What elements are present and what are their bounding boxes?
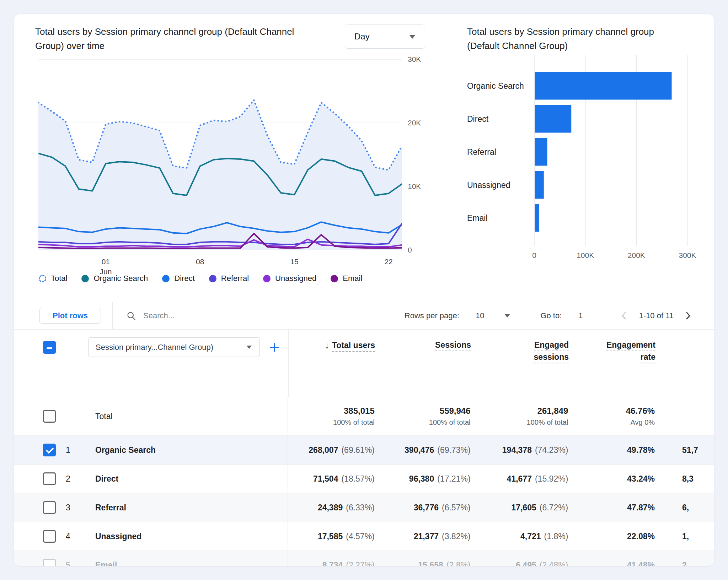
- totals-sessions: 559,946100% of total: [375, 406, 471, 427]
- search-icon: [126, 311, 136, 321]
- rows-per-page-label: Rows per page:: [405, 311, 459, 320]
- rows-per-page-value[interactable]: 10: [476, 311, 484, 320]
- legend-label: Total: [51, 274, 67, 283]
- column-header-engaged-sessions[interactable]: Engaged sessions: [471, 339, 569, 363]
- bar-chart-title: Total users by Session primary channel g…: [467, 25, 670, 53]
- next-page-button[interactable]: [682, 310, 694, 321]
- cell-total-users: 268,007(69.61%): [288, 445, 375, 455]
- timeseries-line-chart: 01Jun081522: [38, 59, 402, 274]
- legend-label: Organic Search: [93, 274, 148, 283]
- bar-x-axis-label: 0: [532, 251, 536, 260]
- svg-text:15: 15: [290, 258, 298, 266]
- row-index: 3: [66, 493, 88, 522]
- breakdown-bar-chart: [534, 55, 691, 246]
- cell-engaged-sessions: 41,677(15.92%): [471, 474, 568, 484]
- go-to-page-input[interactable]: 1: [578, 311, 583, 320]
- table-header: Session primary...Channel Group) ↓Total …: [14, 330, 714, 397]
- timeseries-chart-title: Total users by Session primary channel g…: [35, 25, 316, 53]
- cell-sessions: 96,380(17.21%): [375, 474, 471, 484]
- svg-text:08: 08: [196, 258, 204, 266]
- email-series-marker-icon: [331, 275, 338, 282]
- cell-engagement-rate: 47.87%: [568, 503, 655, 513]
- cell-engaged-sessions: 17,605(6.72%): [471, 503, 568, 513]
- table-row: 1 Organic Search 268,007(69.61%) 390,476…: [14, 435, 714, 464]
- chevron-right-icon: [682, 310, 694, 321]
- totals-total-users: 385,015100% of total: [288, 406, 375, 427]
- cell-total-users: 71,504(18.57%): [288, 474, 375, 484]
- legend-item-direct: Direct: [162, 274, 194, 283]
- table-search: [126, 311, 293, 321]
- cell-clipped-metric: 1,: [655, 532, 714, 541]
- row-label: Unassigned: [88, 522, 288, 551]
- bar-category-label: Referral: [467, 147, 496, 157]
- bar-category-label: Organic Search: [467, 81, 524, 91]
- totals-engaged-sessions: 261,849100% of total: [471, 406, 568, 427]
- chevron-down-icon: [247, 346, 252, 349]
- toolbar-divider: [112, 302, 113, 329]
- legend-item-unassigned: Unassigned: [263, 274, 316, 283]
- row-index: 2: [66, 465, 88, 493]
- row-checkbox[interactable]: [43, 472, 56, 485]
- row-index: 1: [66, 436, 88, 464]
- legend-item-total: Total: [39, 274, 67, 283]
- select-all-checkbox[interactable]: [43, 341, 56, 354]
- bar-category-label: Unassigned: [467, 180, 510, 190]
- row-checkbox[interactable]: [43, 444, 56, 456]
- cell-total-users: 17,585(4.57%): [288, 532, 375, 541]
- pagination-range-label: 1-10 of 11: [639, 311, 674, 320]
- y-axis-label: 0: [408, 246, 412, 254]
- unassigned-series-marker-icon: [263, 275, 271, 282]
- row-checkbox[interactable]: [43, 530, 56, 543]
- row-checkbox[interactable]: [43, 559, 56, 567]
- cell-total-users: 8,734(2.27%): [288, 560, 375, 567]
- table-row: 3 Referral 24,389(6.33%) 36,776(6.57%) 1…: [14, 493, 714, 522]
- cell-clipped-metric: 2,: [655, 560, 714, 567]
- legend-label: Direct: [174, 274, 194, 283]
- row-label: Organic Search: [88, 436, 288, 464]
- table-toolbar: Plot rows Rows per page: 10 Go to: 1 1-1…: [14, 302, 714, 330]
- dimension-selector-dropdown[interactable]: Session primary...Channel Group): [88, 337, 260, 357]
- interval-dropdown[interactable]: Day: [345, 25, 425, 49]
- column-header-total-users[interactable]: ↓Total users: [288, 339, 375, 363]
- bar-category-label: Email: [467, 213, 488, 223]
- previous-page-button[interactable]: [619, 310, 630, 321]
- go-to-label: Go to:: [540, 311, 562, 320]
- column-header-sessions[interactable]: Sessions: [375, 339, 471, 363]
- legend-label: Email: [343, 274, 362, 283]
- row-label: Email: [88, 551, 288, 567]
- add-dimension-button[interactable]: [268, 341, 280, 353]
- metric-column-headers: ↓Total users Sessions Engaged sessions E…: [288, 339, 655, 363]
- row-label: Direct: [88, 465, 288, 493]
- cell-engaged-sessions: 194,378(74.23%): [471, 445, 568, 455]
- y-axis-label: 20K: [408, 119, 421, 127]
- chevron-left-icon: [619, 310, 630, 321]
- plot-rows-button[interactable]: Plot rows: [39, 308, 101, 324]
- cell-engagement-rate: 41.48%: [568, 560, 655, 567]
- legend-label: Unassigned: [275, 274, 316, 283]
- sort-descending-icon: ↓: [325, 339, 330, 351]
- svg-text:01: 01: [102, 258, 110, 266]
- totals-label: Total: [88, 397, 288, 435]
- search-input[interactable]: [143, 311, 293, 321]
- row-label: Referral: [88, 493, 288, 522]
- cell-clipped-metric: 51,7: [655, 445, 714, 455]
- svg-text:22: 22: [384, 258, 392, 266]
- chevron-down-icon[interactable]: [505, 314, 510, 318]
- cell-clipped-metric: 8,3: [655, 474, 714, 484]
- cell-sessions: 36,776(6.57%): [375, 503, 471, 513]
- legend-label: Referral: [221, 274, 249, 283]
- row-checkbox[interactable]: [43, 501, 56, 514]
- row-index: [66, 397, 88, 435]
- column-header-engagement-rate[interactable]: Engagement rate: [569, 339, 655, 363]
- table-row: 5 Email 8,734(2.27%) 15,658(2.8%) 6,495(…: [14, 551, 714, 567]
- interval-dropdown-value: Day: [354, 32, 370, 42]
- dimension-controls: Session primary...Channel Group): [43, 337, 280, 357]
- y-axis-label: 30K: [408, 55, 421, 64]
- legend-item-email: Email: [331, 274, 362, 283]
- referral-series-marker-icon: [209, 275, 216, 282]
- cell-total-users: 24,389(6.33%): [288, 503, 375, 513]
- legend-item-referral: Referral: [209, 274, 249, 283]
- cell-sessions: 15,658(2.8%): [375, 560, 471, 567]
- totals-checkbox[interactable]: [43, 410, 56, 423]
- bar-x-axis-label: 300K: [679, 251, 696, 260]
